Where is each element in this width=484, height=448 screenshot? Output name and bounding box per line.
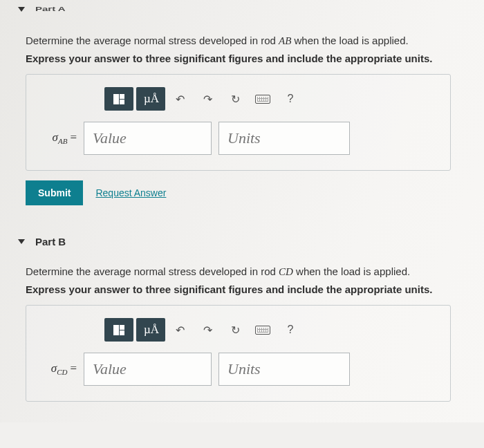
- help-icon: ?: [288, 93, 294, 105]
- value-input[interactable]: [84, 122, 212, 155]
- request-answer-link[interactable]: Request Answer: [95, 187, 166, 198]
- redo-button[interactable]: ↷: [194, 318, 221, 342]
- keyboard-button[interactable]: [250, 318, 276, 342]
- reset-icon: ↻: [231, 324, 240, 337]
- keyboard-button[interactable]: [250, 87, 276, 111]
- part-a-label: Part A: [35, 6, 66, 12]
- reset-icon: ↻: [231, 93, 240, 106]
- keyboard-icon: [255, 326, 270, 335]
- units-input[interactable]: [218, 353, 350, 386]
- redo-icon: ↷: [203, 93, 212, 106]
- redo-button[interactable]: ↷: [194, 87, 221, 111]
- undo-icon: ↶: [176, 93, 185, 106]
- help-icon: ?: [288, 324, 294, 336]
- undo-icon: ↶: [176, 324, 185, 337]
- units-symbols-button[interactable]: µÅ: [136, 318, 165, 342]
- part-a-actions: Submit Request Answer: [26, 180, 469, 205]
- reset-button[interactable]: ↻: [222, 87, 248, 111]
- part-a-header[interactable]: Part A: [15, 0, 469, 35]
- chevron-down-icon: [18, 7, 25, 12]
- toolbar: µÅ ↶ ↷ ↻ ?: [104, 87, 438, 111]
- sigma-cd-label: σCD=: [39, 362, 77, 376]
- part-b-header[interactable]: Part B: [15, 229, 469, 265]
- sigma-ab-label: σAB=: [39, 131, 77, 145]
- part-b-answer-box: µÅ ↶ ↷ ↻ ? σCD=: [26, 305, 451, 402]
- answer-row: σCD=: [39, 353, 438, 386]
- part-b-question: Determine the average normal stress deve…: [26, 265, 469, 278]
- mu-angstrom-icon: µÅ: [144, 92, 158, 106]
- help-button[interactable]: ?: [277, 318, 304, 342]
- part-a-answer-box: µÅ ↶ ↷ ↻ ? σAB=: [26, 74, 451, 171]
- units-symbols-button[interactable]: µÅ: [136, 87, 165, 111]
- undo-button[interactable]: ↶: [167, 318, 193, 342]
- submit-button[interactable]: Submit: [26, 180, 83, 205]
- toolbar: µÅ ↶ ↷ ↻ ?: [104, 318, 438, 342]
- part-b-instruction: Express your answer to three significant…: [26, 283, 469, 295]
- value-input[interactable]: [84, 353, 212, 386]
- help-button[interactable]: ?: [277, 87, 304, 111]
- part-a-question: Determine the average normal stress deve…: [26, 35, 469, 47]
- undo-button[interactable]: ↶: [167, 87, 193, 111]
- redo-icon: ↷: [203, 324, 212, 337]
- keyboard-icon: [255, 95, 270, 104]
- templates-icon: [113, 94, 124, 104]
- reset-button[interactable]: ↻: [222, 318, 248, 342]
- templates-button[interactable]: [104, 87, 133, 111]
- mu-angstrom-icon: µÅ: [144, 323, 158, 337]
- templates-icon: [113, 325, 124, 335]
- part-a-instruction: Express your answer to three significant…: [26, 53, 469, 64]
- chevron-down-icon: [18, 239, 25, 244]
- templates-button[interactable]: [104, 318, 133, 342]
- answer-row: σAB=: [39, 122, 438, 155]
- part-b-label: Part B: [35, 236, 66, 248]
- units-input[interactable]: [218, 122, 350, 155]
